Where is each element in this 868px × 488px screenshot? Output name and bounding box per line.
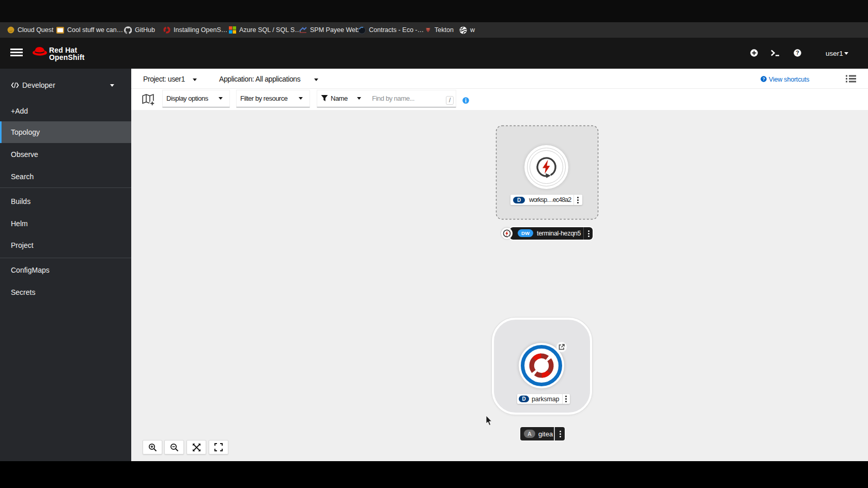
svg-text:?: ?: [762, 76, 765, 82]
svg-text:?: ?: [796, 50, 799, 56]
